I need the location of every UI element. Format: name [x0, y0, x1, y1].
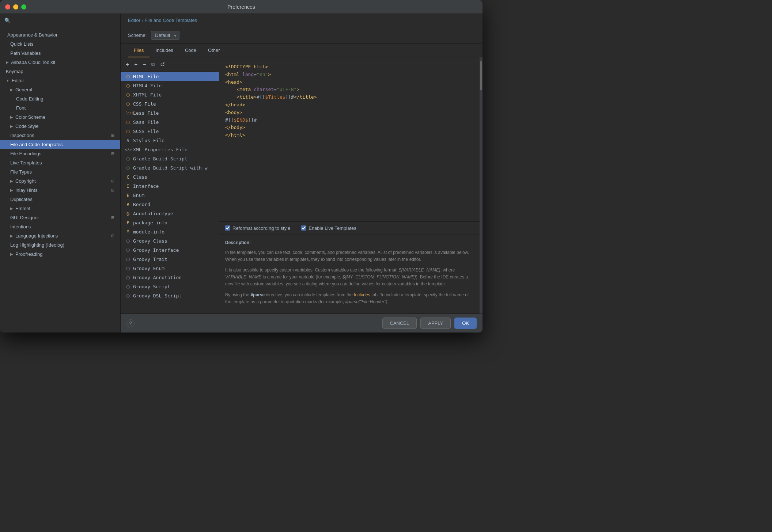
sidebar-item-file-code-templates[interactable]: File and Code Templates	[0, 140, 120, 149]
arrow-icon: ▶	[10, 206, 13, 210]
arrow-icon: ▶	[10, 252, 13, 256]
file-item-enum[interactable]: E Enum	[121, 191, 219, 200]
sidebar-item-keymap[interactable]: Keymap	[0, 67, 120, 76]
tab-files[interactable]: Files	[128, 44, 150, 57]
file-item-groovy-annotation[interactable]: ⬡ Groovy Annotation	[121, 273, 219, 282]
sidebar-item-proofreading[interactable]: ▶ Proofreading	[0, 250, 120, 259]
file-item-label: Groovy Trait	[133, 256, 167, 262]
groovy-enum-icon: ⬡	[125, 266, 131, 271]
reformat-checkbox[interactable]	[225, 225, 230, 231]
arrow-icon: ▶	[10, 188, 13, 192]
sidebar-item-file-types[interactable]: File Types	[0, 167, 120, 176]
file-item-class[interactable]: C Class	[121, 172, 219, 182]
cancel-button[interactable]: CANCEL	[382, 318, 417, 329]
live-templates-checkbox[interactable]	[301, 225, 306, 231]
file-item-groovy-trait[interactable]: ⬡ Groovy Trait	[121, 255, 219, 264]
file-item-html4[interactable]: ⬡ HTML4 File	[121, 81, 219, 90]
sidebar-search-container[interactable]	[0, 14, 120, 28]
enum-file-icon: E	[125, 193, 131, 198]
copy-template-button[interactable]: ⧉	[150, 61, 156, 68]
tab-other[interactable]: Other	[202, 44, 226, 57]
tab-includes[interactable]: Includes	[150, 44, 179, 57]
sidebar-item-duplicates[interactable]: Duplicates	[0, 195, 120, 204]
file-item-interface[interactable]: I Interface	[121, 182, 219, 191]
reset-template-button[interactable]: ↺	[159, 60, 166, 69]
arrow-icon: ▶	[10, 115, 13, 119]
sidebar-item-live-templates[interactable]: Live Templates	[0, 158, 120, 167]
search-input[interactable]	[4, 18, 116, 23]
sidebar-item-file-encodings[interactable]: File Encodings ⊞	[0, 149, 120, 158]
file-item-stylus[interactable]: S Stylus File	[121, 136, 219, 145]
file-item-css[interactable]: ⬡ CSS File	[121, 99, 219, 109]
sidebar-item-appearance[interactable]: Appearance & Behavior	[0, 30, 120, 39]
file-item-less[interactable]: [css] Less File	[121, 109, 219, 118]
sidebar-item-inspections[interactable]: Inspections ⊞	[0, 131, 120, 140]
file-item-sass[interactable]: ⬡ Sass File	[121, 118, 219, 127]
add-template-button[interactable]: +	[124, 61, 130, 69]
sidebar-item-log-highlighting[interactable]: Log Highlighting (Ideolog)	[0, 240, 120, 250]
file-item-groovy-script[interactable]: ⬡ Groovy Script	[121, 282, 219, 291]
sidebar-item-quick-lists[interactable]: Quick Lists	[0, 39, 120, 49]
file-item-annotation-type[interactable]: @ AnnotationType	[121, 209, 219, 218]
includes-link[interactable]: Includes	[354, 292, 370, 297]
sidebar-item-font[interactable]: Font	[0, 103, 120, 113]
ok-button[interactable]: OK	[454, 318, 477, 329]
file-item-groovy-dsl[interactable]: ⬡ Groovy DSL Script	[121, 291, 219, 300]
sidebar-item-language-injections[interactable]: ▶ Language Injections ⊞	[0, 231, 120, 240]
sidebar-item-copyright[interactable]: ▶ Copyright ⊞	[0, 176, 120, 186]
file-item-package-info[interactable]: P package-info	[121, 218, 219, 227]
gradle-file-icon: ⬡	[125, 156, 131, 162]
file-item-label: Less File	[133, 110, 159, 116]
sidebar-item-code-editing[interactable]: Code Editing	[0, 94, 120, 103]
description-area: Description: In file templates, you can …	[219, 235, 480, 314]
file-item-xhtml[interactable]: ⬡ XHTML File	[121, 90, 219, 99]
code-line: #[[$END$]]#	[225, 117, 474, 124]
tab-code[interactable]: Code	[179, 44, 202, 57]
maximize-button[interactable]	[21, 4, 26, 10]
file-item-label: package-info	[133, 220, 167, 225]
help-button[interactable]: ?	[126, 319, 135, 327]
file-item-gradle-w[interactable]: ⬡ Gradle Build Script with w	[121, 163, 219, 172]
sidebar-item-intentions[interactable]: Intentions	[0, 222, 120, 231]
xhtml-file-icon: ⬡	[125, 92, 131, 98]
right-scrollbar[interactable]	[480, 57, 482, 314]
sidebar-item-color-scheme[interactable]: ▶ Color Scheme	[0, 113, 120, 122]
sidebar-item-path-variables[interactable]: Path Variables	[0, 49, 120, 58]
file-item-gradle[interactable]: ⬡ Gradle Build Script	[121, 154, 219, 163]
minimize-button[interactable]	[13, 4, 18, 10]
apply-button[interactable]: APPLY	[420, 318, 451, 329]
scrollbar-thumb[interactable]	[480, 61, 482, 90]
file-item-groovy-interface[interactable]: ⬡ Groovy Interface	[121, 246, 219, 255]
window-controls	[5, 4, 26, 10]
live-templates-checkbox-label[interactable]: Enable Live Templates	[301, 225, 356, 231]
sidebar-item-general[interactable]: ▶ General	[0, 85, 120, 94]
breadcrumb-path: Editor	[128, 18, 140, 23]
file-item-record[interactable]: R Record	[121, 200, 219, 209]
sidebar-item-code-style[interactable]: ▶ Code Style	[0, 122, 120, 131]
file-item-module-info[interactable]: M module-info	[121, 227, 219, 236]
sidebar-content: Appearance & Behavior Quick Lists Path V…	[0, 28, 120, 332]
file-item-xml-properties[interactable]: </> XML Properties File	[121, 145, 219, 154]
sidebar-item-inlay-hints[interactable]: ▶ Inlay Hints ⊞	[0, 186, 120, 195]
file-item-html[interactable]: ⬡ HTML File	[121, 72, 219, 81]
sidebar-item-alibaba[interactable]: ▶ Alibaba Cloud Toolkit	[0, 58, 120, 67]
arrow-icon: ▶	[6, 60, 9, 64]
sidebar-item-label: Alibaba Cloud Toolkit	[11, 60, 55, 65]
code-editor[interactable]: <!DOCTYPE html> <html lang="en"> <head> …	[219, 57, 480, 221]
reformat-checkbox-label[interactable]: Reformat according to style	[225, 225, 290, 231]
arrow-icon: ▶	[10, 88, 13, 92]
scheme-select-wrapper[interactable]: Default	[151, 31, 179, 40]
file-item-scss[interactable]: ⬡ SCSS File	[121, 127, 219, 136]
scheme-row: Scheme: Default	[121, 27, 482, 44]
sidebar-item-gui-designer[interactable]: GUI Designer ⊞	[0, 213, 120, 222]
close-button[interactable]	[5, 4, 10, 10]
file-item-label: Interface	[133, 183, 159, 189]
file-item-groovy-class[interactable]: ⬡ Groovy Class	[121, 236, 219, 246]
file-item-groovy-enum[interactable]: ⬡ Groovy Enum	[121, 264, 219, 273]
add-another-button[interactable]: +	[133, 61, 139, 69]
scheme-select[interactable]: Default	[151, 31, 179, 40]
remove-template-button[interactable]: −	[141, 61, 148, 69]
sidebar-item-emmet[interactable]: ▶ Emmet	[0, 204, 120, 213]
css-file-icon: ⬡	[125, 102, 131, 107]
sidebar-item-editor[interactable]: ▼ Editor	[0, 76, 120, 85]
